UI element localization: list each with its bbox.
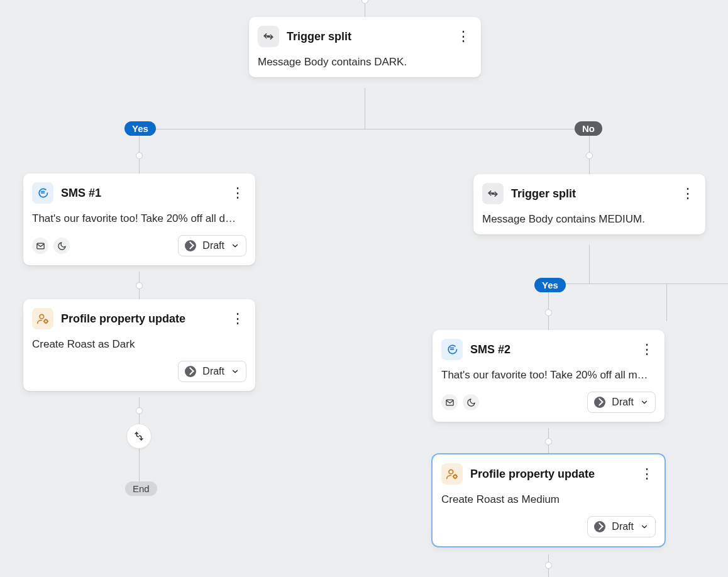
sms-icon: [32, 182, 53, 204]
chevron-down-icon: [640, 398, 649, 407]
node-title: SMS #1: [61, 187, 221, 200]
node-more-button[interactable]: ⋮: [229, 310, 246, 327]
chevron-down-icon: [231, 241, 240, 250]
connector: [666, 283, 667, 321]
more-icon: ⋮: [640, 343, 654, 356]
node-dot: [545, 438, 552, 445]
status-label: Draft: [202, 240, 224, 251]
status-label: Draft: [612, 397, 634, 408]
status-dropdown[interactable]: Draft: [178, 361, 246, 382]
flow-canvas[interactable]: Yes No Yes End Trigger split ⋮ Message B…: [0, 0, 728, 577]
node-more-button[interactable]: ⋮: [679, 185, 697, 202]
node-sms[interactable]: SMS #1 ⋮ That's our favorite too! Take 2…: [23, 173, 255, 265]
status-dropdown[interactable]: Draft: [587, 516, 656, 537]
svg-point-3: [40, 314, 44, 319]
status-label: Draft: [202, 366, 224, 377]
node-dot: [586, 152, 593, 159]
node-trigger-split[interactable]: Trigger split ⋮ Message Body contains ME…: [473, 174, 705, 234]
branch-label-end: End: [125, 481, 157, 496]
quiet-hours-icon: [463, 394, 479, 410]
node-description: Message Body contains DARK.: [258, 56, 472, 69]
branch-label-yes: Yes: [124, 121, 156, 136]
trigger-split-icon: [258, 26, 279, 47]
connector: [365, 88, 365, 129]
node-title: Trigger split: [511, 187, 671, 201]
connector: [589, 245, 590, 283]
node-title: Trigger split: [287, 30, 447, 43]
svg-point-8: [449, 470, 453, 474]
connector: [139, 129, 589, 129]
trigger-split-icon: [482, 183, 504, 204]
node-profile-update[interactable]: Profile property update ⋮ Create Roast a…: [23, 299, 255, 391]
status-label: Draft: [612, 521, 634, 532]
status-dot-icon: [594, 521, 605, 532]
branch-label-yes: Yes: [534, 278, 566, 292]
more-icon: ⋮: [681, 187, 695, 201]
smart-send-icon: [441, 394, 458, 410]
branch-merge-icon: [133, 431, 145, 442]
node-dot: [136, 407, 143, 414]
status-dot-icon: [594, 397, 605, 408]
node-dot: [545, 309, 552, 316]
node-dot: [545, 562, 552, 569]
profile-update-icon: [32, 308, 53, 329]
chevron-down-icon: [640, 522, 649, 531]
status-dropdown[interactable]: Draft: [587, 392, 656, 413]
node-dot: [136, 282, 143, 289]
branch-label-no: No: [575, 121, 602, 136]
profile-update-icon: [441, 463, 463, 485]
more-icon: ⋮: [231, 186, 245, 200]
node-description: Create Roast as Dark: [32, 338, 246, 351]
status-dot-icon: [185, 366, 196, 377]
node-more-button[interactable]: ⋮: [638, 465, 656, 483]
sms-icon: [441, 339, 463, 360]
node-more-button[interactable]: ⋮: [455, 28, 472, 45]
node-title: Profile property update: [470, 468, 631, 481]
node-trigger-split[interactable]: Trigger split ⋮ Message Body contains DA…: [249, 17, 481, 77]
node-profile-update[interactable]: Profile property update ⋮ Create Roast a…: [433, 454, 665, 546]
node-more-button[interactable]: ⋮: [229, 184, 246, 202]
node-dot: [136, 152, 143, 159]
status-dot-icon: [185, 240, 196, 251]
node-title: SMS #2: [470, 343, 631, 356]
node-description: That's our favorite too! Take 20% off al…: [32, 212, 246, 225]
node-description: Create Roast as Medium: [441, 493, 656, 506]
node-sms[interactable]: SMS #2 ⋮ That's our favorite too! Take 2…: [433, 330, 665, 422]
smart-send-icon: [32, 238, 48, 254]
more-icon: ⋮: [231, 312, 245, 326]
node-dot: [361, 0, 368, 4]
more-icon: ⋮: [640, 467, 654, 481]
node-description: Message Body contains MEDIUM.: [482, 213, 697, 226]
add-action-node[interactable]: [126, 424, 152, 449]
quiet-hours-icon: [53, 238, 70, 254]
more-icon: ⋮: [456, 30, 470, 43]
connector: [548, 283, 728, 284]
chevron-down-icon: [231, 367, 240, 376]
node-description: That's our favorite too! Take 20% off al…: [441, 369, 656, 382]
node-more-button[interactable]: ⋮: [638, 341, 656, 358]
node-title: Profile property update: [61, 312, 221, 326]
status-dropdown[interactable]: Draft: [178, 235, 246, 256]
